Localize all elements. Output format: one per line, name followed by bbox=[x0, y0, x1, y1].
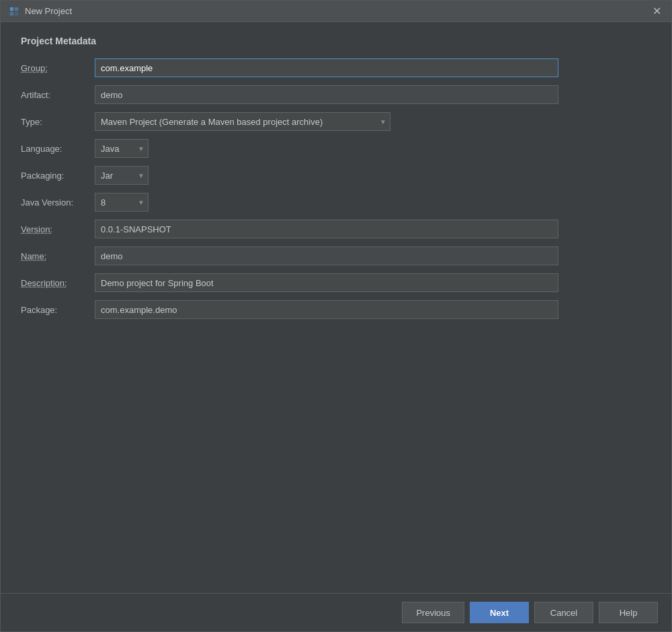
packaging-label: Packaging: bbox=[21, 171, 95, 181]
type-row: Type: Maven Project (Generate a Maven ba… bbox=[21, 112, 651, 131]
type-select-wrapper: Maven Project (Generate a Maven based pr… bbox=[95, 112, 390, 131]
java-version-select-wrapper: 8 11 17 21 ▼ bbox=[95, 193, 149, 212]
name-row: Name: bbox=[21, 246, 651, 265]
svg-rect-0 bbox=[10, 7, 13, 10]
package-label: Package: bbox=[21, 305, 95, 315]
java-version-row: Java Version: 8 11 17 21 ▼ bbox=[21, 193, 651, 212]
group-input[interactable] bbox=[95, 58, 558, 77]
description-label: Description: bbox=[21, 278, 95, 288]
name-input[interactable] bbox=[95, 246, 558, 265]
title-bar-left: New Project bbox=[9, 6, 72, 17]
packaging-select[interactable]: Jar War bbox=[95, 166, 149, 185]
title-bar: New Project ✕ bbox=[1, 1, 671, 22]
java-version-select[interactable]: 8 11 17 21 bbox=[95, 193, 149, 212]
version-input[interactable] bbox=[95, 220, 558, 238]
name-label: Name: bbox=[21, 251, 95, 261]
package-row: Package: bbox=[21, 300, 651, 319]
description-input[interactable] bbox=[95, 273, 558, 292]
type-select[interactable]: Maven Project (Generate a Maven based pr… bbox=[95, 112, 390, 131]
artifact-row: Artifact: bbox=[21, 85, 651, 104]
package-input[interactable] bbox=[95, 300, 558, 319]
close-button[interactable]: ✕ bbox=[650, 5, 663, 18]
language-select[interactable]: Java Kotlin Groovy bbox=[95, 139, 149, 158]
app-icon bbox=[9, 6, 19, 17]
dialog-content: Project Metadata Group: Artifact: Type: … bbox=[1, 22, 671, 593]
svg-rect-3 bbox=[15, 11, 18, 15]
group-label: Group: bbox=[21, 63, 95, 73]
description-row: Description: bbox=[21, 273, 651, 292]
language-label: Language: bbox=[21, 144, 95, 154]
packaging-row: Packaging: Jar War ▼ bbox=[21, 166, 651, 185]
version-row: Version: bbox=[21, 220, 651, 238]
next-button[interactable]: Next bbox=[470, 602, 529, 623]
new-project-dialog: New Project ✕ Project Metadata Group: Ar… bbox=[0, 0, 672, 632]
help-button[interactable]: Help bbox=[599, 602, 658, 623]
svg-rect-2 bbox=[10, 11, 13, 15]
dialog-footer: Previous Next Cancel Help bbox=[1, 593, 671, 631]
artifact-input[interactable] bbox=[95, 85, 558, 104]
language-row: Language: Java Kotlin Groovy ▼ bbox=[21, 139, 651, 158]
group-row: Group: bbox=[21, 58, 651, 77]
svg-rect-1 bbox=[15, 7, 18, 10]
type-label: Type: bbox=[21, 117, 95, 127]
cancel-button[interactable]: Cancel bbox=[534, 602, 593, 623]
packaging-select-wrapper: Jar War ▼ bbox=[95, 166, 149, 185]
section-title: Project Metadata bbox=[21, 36, 651, 46]
artifact-label: Artifact: bbox=[21, 90, 95, 100]
language-select-wrapper: Java Kotlin Groovy ▼ bbox=[95, 139, 149, 158]
dialog-title: New Project bbox=[25, 6, 72, 16]
version-label: Version: bbox=[21, 224, 95, 234]
java-version-label: Java Version: bbox=[21, 197, 95, 208]
previous-button[interactable]: Previous bbox=[402, 602, 464, 623]
